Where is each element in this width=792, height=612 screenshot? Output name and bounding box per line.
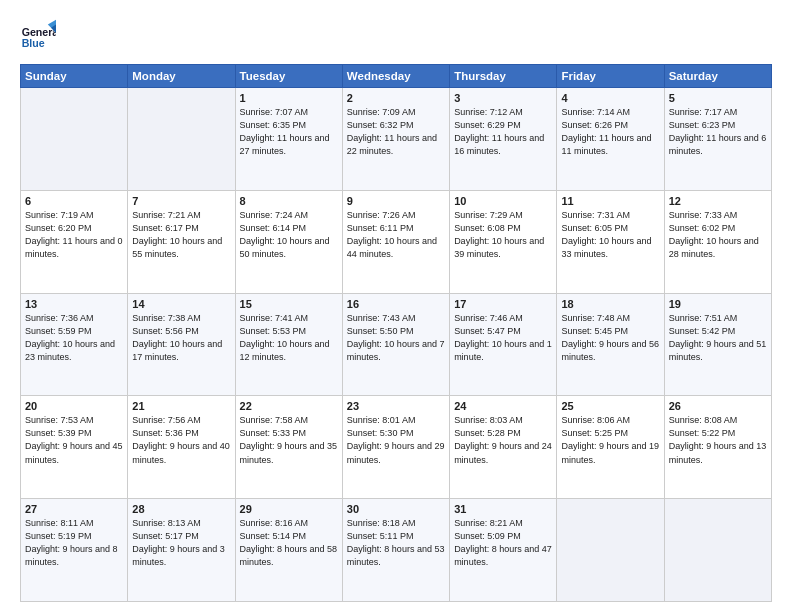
week-row-5: 27Sunrise: 8:11 AM Sunset: 5:19 PM Dayli… bbox=[21, 499, 772, 602]
header: General Blue bbox=[20, 18, 772, 54]
week-row-1: 1Sunrise: 7:07 AM Sunset: 6:35 PM Daylig… bbox=[21, 88, 772, 191]
calendar-cell: 29Sunrise: 8:16 AM Sunset: 5:14 PM Dayli… bbox=[235, 499, 342, 602]
day-number: 3 bbox=[454, 92, 552, 104]
day-info: Sunrise: 7:26 AM Sunset: 6:11 PM Dayligh… bbox=[347, 209, 445, 261]
calendar-cell: 4Sunrise: 7:14 AM Sunset: 6:26 PM Daylig… bbox=[557, 88, 664, 191]
calendar-cell: 6Sunrise: 7:19 AM Sunset: 6:20 PM Daylig… bbox=[21, 190, 128, 293]
day-number: 27 bbox=[25, 503, 123, 515]
day-number: 13 bbox=[25, 298, 123, 310]
day-info: Sunrise: 8:03 AM Sunset: 5:28 PM Dayligh… bbox=[454, 414, 552, 466]
day-number: 23 bbox=[347, 400, 445, 412]
calendar-cell bbox=[21, 88, 128, 191]
week-row-2: 6Sunrise: 7:19 AM Sunset: 6:20 PM Daylig… bbox=[21, 190, 772, 293]
week-row-3: 13Sunrise: 7:36 AM Sunset: 5:59 PM Dayli… bbox=[21, 293, 772, 396]
day-info: Sunrise: 7:07 AM Sunset: 6:35 PM Dayligh… bbox=[240, 106, 338, 158]
day-info: Sunrise: 7:58 AM Sunset: 5:33 PM Dayligh… bbox=[240, 414, 338, 466]
day-number: 28 bbox=[132, 503, 230, 515]
dow-header-thursday: Thursday bbox=[450, 65, 557, 88]
day-number: 29 bbox=[240, 503, 338, 515]
calendar-cell: 8Sunrise: 7:24 AM Sunset: 6:14 PM Daylig… bbox=[235, 190, 342, 293]
day-info: Sunrise: 7:29 AM Sunset: 6:08 PM Dayligh… bbox=[454, 209, 552, 261]
day-info: Sunrise: 7:53 AM Sunset: 5:39 PM Dayligh… bbox=[25, 414, 123, 466]
day-number: 26 bbox=[669, 400, 767, 412]
page: General Blue SundayMondayTuesdayWednesda… bbox=[0, 0, 792, 612]
day-info: Sunrise: 7:51 AM Sunset: 5:42 PM Dayligh… bbox=[669, 312, 767, 364]
day-number: 4 bbox=[561, 92, 659, 104]
day-number: 18 bbox=[561, 298, 659, 310]
day-info: Sunrise: 7:24 AM Sunset: 6:14 PM Dayligh… bbox=[240, 209, 338, 261]
calendar-cell bbox=[664, 499, 771, 602]
day-info: Sunrise: 7:17 AM Sunset: 6:23 PM Dayligh… bbox=[669, 106, 767, 158]
day-number: 24 bbox=[454, 400, 552, 412]
calendar-cell: 30Sunrise: 8:18 AM Sunset: 5:11 PM Dayli… bbox=[342, 499, 449, 602]
calendar-cell: 5Sunrise: 7:17 AM Sunset: 6:23 PM Daylig… bbox=[664, 88, 771, 191]
day-number: 12 bbox=[669, 195, 767, 207]
day-info: Sunrise: 7:38 AM Sunset: 5:56 PM Dayligh… bbox=[132, 312, 230, 364]
day-number: 2 bbox=[347, 92, 445, 104]
day-number: 15 bbox=[240, 298, 338, 310]
day-number: 9 bbox=[347, 195, 445, 207]
day-info: Sunrise: 7:36 AM Sunset: 5:59 PM Dayligh… bbox=[25, 312, 123, 364]
day-number: 22 bbox=[240, 400, 338, 412]
calendar-cell: 28Sunrise: 8:13 AM Sunset: 5:17 PM Dayli… bbox=[128, 499, 235, 602]
day-number: 20 bbox=[25, 400, 123, 412]
svg-text:General: General bbox=[22, 26, 56, 38]
calendar-cell: 2Sunrise: 7:09 AM Sunset: 6:32 PM Daylig… bbox=[342, 88, 449, 191]
calendar-table: SundayMondayTuesdayWednesdayThursdayFrid… bbox=[20, 64, 772, 602]
calendar-cell: 20Sunrise: 7:53 AM Sunset: 5:39 PM Dayli… bbox=[21, 396, 128, 499]
calendar-cell: 11Sunrise: 7:31 AM Sunset: 6:05 PM Dayli… bbox=[557, 190, 664, 293]
day-number: 8 bbox=[240, 195, 338, 207]
days-of-week-row: SundayMondayTuesdayWednesdayThursdayFrid… bbox=[21, 65, 772, 88]
day-info: Sunrise: 8:11 AM Sunset: 5:19 PM Dayligh… bbox=[25, 517, 123, 569]
day-info: Sunrise: 8:01 AM Sunset: 5:30 PM Dayligh… bbox=[347, 414, 445, 466]
day-info: Sunrise: 7:21 AM Sunset: 6:17 PM Dayligh… bbox=[132, 209, 230, 261]
day-info: Sunrise: 7:12 AM Sunset: 6:29 PM Dayligh… bbox=[454, 106, 552, 158]
calendar-cell: 22Sunrise: 7:58 AM Sunset: 5:33 PM Dayli… bbox=[235, 396, 342, 499]
calendar-cell: 31Sunrise: 8:21 AM Sunset: 5:09 PM Dayli… bbox=[450, 499, 557, 602]
dow-header-tuesday: Tuesday bbox=[235, 65, 342, 88]
calendar-cell: 9Sunrise: 7:26 AM Sunset: 6:11 PM Daylig… bbox=[342, 190, 449, 293]
day-number: 30 bbox=[347, 503, 445, 515]
day-info: Sunrise: 7:31 AM Sunset: 6:05 PM Dayligh… bbox=[561, 209, 659, 261]
day-number: 21 bbox=[132, 400, 230, 412]
dow-header-saturday: Saturday bbox=[664, 65, 771, 88]
svg-text:Blue: Blue bbox=[22, 37, 45, 49]
day-number: 14 bbox=[132, 298, 230, 310]
day-number: 6 bbox=[25, 195, 123, 207]
dow-header-sunday: Sunday bbox=[21, 65, 128, 88]
calendar-cell: 21Sunrise: 7:56 AM Sunset: 5:36 PM Dayli… bbox=[128, 396, 235, 499]
day-number: 16 bbox=[347, 298, 445, 310]
calendar-cell: 15Sunrise: 7:41 AM Sunset: 5:53 PM Dayli… bbox=[235, 293, 342, 396]
day-number: 5 bbox=[669, 92, 767, 104]
day-number: 1 bbox=[240, 92, 338, 104]
calendar-cell: 14Sunrise: 7:38 AM Sunset: 5:56 PM Dayli… bbox=[128, 293, 235, 396]
calendar-cell: 23Sunrise: 8:01 AM Sunset: 5:30 PM Dayli… bbox=[342, 396, 449, 499]
calendar-cell: 13Sunrise: 7:36 AM Sunset: 5:59 PM Dayli… bbox=[21, 293, 128, 396]
calendar-cell: 18Sunrise: 7:48 AM Sunset: 5:45 PM Dayli… bbox=[557, 293, 664, 396]
calendar-cell: 17Sunrise: 7:46 AM Sunset: 5:47 PM Dayli… bbox=[450, 293, 557, 396]
calendar-cell: 24Sunrise: 8:03 AM Sunset: 5:28 PM Dayli… bbox=[450, 396, 557, 499]
calendar-cell: 25Sunrise: 8:06 AM Sunset: 5:25 PM Dayli… bbox=[557, 396, 664, 499]
day-info: Sunrise: 8:18 AM Sunset: 5:11 PM Dayligh… bbox=[347, 517, 445, 569]
calendar-cell bbox=[557, 499, 664, 602]
logo-icon: General Blue bbox=[20, 18, 56, 54]
calendar-cell: 26Sunrise: 8:08 AM Sunset: 5:22 PM Dayli… bbox=[664, 396, 771, 499]
day-info: Sunrise: 8:21 AM Sunset: 5:09 PM Dayligh… bbox=[454, 517, 552, 569]
day-number: 10 bbox=[454, 195, 552, 207]
day-number: 11 bbox=[561, 195, 659, 207]
calendar-cell: 12Sunrise: 7:33 AM Sunset: 6:02 PM Dayli… bbox=[664, 190, 771, 293]
day-info: Sunrise: 8:08 AM Sunset: 5:22 PM Dayligh… bbox=[669, 414, 767, 466]
calendar-cell: 16Sunrise: 7:43 AM Sunset: 5:50 PM Dayli… bbox=[342, 293, 449, 396]
day-number: 17 bbox=[454, 298, 552, 310]
calendar-cell: 27Sunrise: 8:11 AM Sunset: 5:19 PM Dayli… bbox=[21, 499, 128, 602]
day-number: 25 bbox=[561, 400, 659, 412]
day-info: Sunrise: 8:06 AM Sunset: 5:25 PM Dayligh… bbox=[561, 414, 659, 466]
day-number: 7 bbox=[132, 195, 230, 207]
day-number: 19 bbox=[669, 298, 767, 310]
dow-header-monday: Monday bbox=[128, 65, 235, 88]
day-info: Sunrise: 7:14 AM Sunset: 6:26 PM Dayligh… bbox=[561, 106, 659, 158]
day-info: Sunrise: 7:46 AM Sunset: 5:47 PM Dayligh… bbox=[454, 312, 552, 364]
calendar-cell: 7Sunrise: 7:21 AM Sunset: 6:17 PM Daylig… bbox=[128, 190, 235, 293]
day-info: Sunrise: 8:16 AM Sunset: 5:14 PM Dayligh… bbox=[240, 517, 338, 569]
day-info: Sunrise: 7:48 AM Sunset: 5:45 PM Dayligh… bbox=[561, 312, 659, 364]
